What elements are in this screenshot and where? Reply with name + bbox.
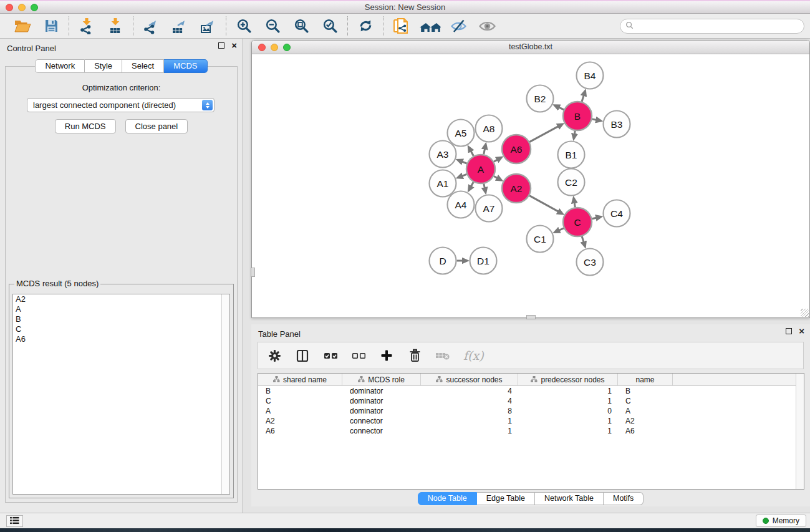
resize-grip[interactable] (801, 309, 809, 317)
graph-node-A1[interactable]: A1 (430, 170, 456, 197)
table-cell[interactable]: A2 (618, 416, 673, 426)
column-header-shared-name[interactable]: shared name (258, 374, 342, 386)
close-panel-button[interactable]: Close panel (125, 119, 188, 133)
result-item[interactable]: B (13, 314, 229, 324)
table-row[interactable]: Bdominator41B (258, 386, 804, 396)
table-cell[interactable]: connector (342, 426, 421, 436)
duplicate-network-button[interactable] (392, 17, 410, 36)
select-all-button[interactable] (323, 347, 338, 364)
table-cell[interactable]: A6 (258, 426, 342, 436)
graph-edge-C-C3[interactable] (582, 236, 584, 242)
table-cell[interactable]: A (258, 406, 342, 416)
graph-node-A3[interactable]: A3 (430, 141, 456, 168)
graph-edge-C-C1[interactable] (559, 228, 564, 230)
minimize-window-button[interactable] (18, 4, 26, 11)
table-close-panel-icon[interactable]: × (799, 328, 804, 334)
save-session-button[interactable] (42, 17, 60, 36)
table-cell[interactable]: B (258, 386, 342, 396)
graph-edge-C-C4[interactable] (592, 218, 596, 219)
delete-table-button[interactable] (435, 347, 450, 364)
graph-node-B1[interactable]: B1 (558, 142, 585, 168)
refresh-button[interactable] (356, 17, 375, 36)
graph-node-D1[interactable]: D1 (470, 248, 497, 274)
graph-node-C[interactable]: C (563, 208, 592, 236)
show-annotations-button[interactable] (478, 17, 496, 36)
zoom-fit-button[interactable] (292, 17, 311, 36)
zoom-out-button[interactable] (263, 17, 282, 36)
table-cell[interactable]: dominator (342, 386, 421, 396)
tab-node-table[interactable]: Node Table (418, 492, 477, 505)
float-panel-icon[interactable] (218, 42, 224, 49)
column-header-name[interactable]: name (618, 374, 673, 386)
table-cell[interactable]: 1 (421, 426, 518, 436)
settings-button[interactable] (267, 347, 282, 364)
graph-node-C2[interactable]: C2 (558, 169, 585, 196)
graph-edge-B-B2[interactable] (559, 107, 564, 110)
graph-edge-A-A2[interactable] (494, 176, 497, 178)
graph-edge-C-C2[interactable] (574, 203, 575, 207)
graph-edge-A-A8[interactable] (484, 149, 485, 155)
deselect-all-button[interactable] (351, 347, 366, 364)
network-minimize-button[interactable] (271, 44, 278, 51)
table-cell[interactable]: dominator (342, 396, 421, 406)
table-row[interactable]: A2connector11A2 (258, 416, 804, 426)
table-float-panel-icon[interactable] (786, 328, 792, 334)
table-cell[interactable]: 0 (518, 406, 618, 416)
column-header-successor-nodes[interactable]: successor nodes (421, 374, 518, 386)
graph-node-A8[interactable]: A8 (476, 115, 503, 142)
table-scrollbar[interactable] (796, 374, 804, 489)
open-file-button[interactable] (13, 17, 32, 36)
result-item[interactable]: A (13, 304, 229, 314)
table-cell[interactable]: 4 (421, 396, 518, 406)
graph-node-C1[interactable]: C1 (527, 226, 554, 253)
graph-node-B[interactable]: B (563, 102, 592, 130)
table-row[interactable]: Cdominator41C (258, 396, 804, 406)
graph-node-C4[interactable]: C4 (604, 200, 630, 227)
graph-edge-A-A6[interactable] (494, 160, 498, 162)
network-close-button[interactable] (258, 44, 266, 51)
network-window-titlebar[interactable]: testGlobe.txt (252, 41, 809, 54)
result-item[interactable]: A6 (13, 334, 229, 344)
export-image-button[interactable] (199, 17, 218, 36)
splitter-handle-vertical[interactable] (251, 268, 255, 277)
close-window-button[interactable] (6, 4, 13, 11)
zoom-selected-button[interactable] (321, 17, 339, 36)
graph-edge-A-A7[interactable] (484, 184, 485, 188)
home-button[interactable] (420, 17, 439, 36)
table-cell[interactable]: 8 (421, 406, 518, 416)
import-network-button[interactable] (77, 17, 96, 36)
tab-select[interactable]: Select (122, 59, 164, 73)
zoom-window-button[interactable] (31, 4, 38, 11)
tab-motifs[interactable]: Motifs (604, 492, 644, 505)
table-cell[interactable]: 4 (421, 386, 518, 396)
export-network-button[interactable] (142, 17, 160, 36)
export-table-button[interactable] (170, 17, 189, 36)
tab-edge-table[interactable]: Edge Table (477, 492, 535, 505)
table-row[interactable]: A6connector11A6 (258, 426, 804, 436)
memory-button[interactable]: Memory (756, 515, 806, 527)
zoom-in-button[interactable] (234, 17, 253, 36)
graph-edge-B-B3[interactable] (592, 119, 597, 120)
table-cell[interactable]: A6 (618, 426, 673, 436)
column-header-predecessor-nodes[interactable]: predecessor nodes (518, 374, 618, 386)
network-canvas[interactable]: B4B2BB3A8A5A6A3B1AC2A1A2A4A7C4CC1DC3D1 (252, 54, 809, 317)
result-scrollbar[interactable] (221, 294, 229, 494)
result-item[interactable]: C (13, 324, 229, 334)
tab-style[interactable]: Style (85, 59, 122, 73)
table-cell[interactable]: A (618, 406, 673, 416)
tab-network-table[interactable]: Network Table (535, 492, 604, 505)
graph-node-B3[interactable]: B3 (604, 111, 630, 138)
task-history-button[interactable] (6, 515, 23, 527)
close-panel-icon[interactable]: × (231, 42, 237, 49)
graph-edge-A-A3[interactable] (462, 162, 466, 163)
graph-edge-A2-C[interactable] (529, 196, 558, 212)
graph-node-C3[interactable]: C3 (577, 249, 604, 276)
graph-node-A[interactable]: A (466, 155, 495, 183)
graph-edge-A6-B[interactable] (529, 127, 558, 142)
table-cell[interactable]: 1 (518, 416, 618, 426)
run-mcds-button[interactable]: Run MCDS (55, 119, 116, 133)
graph-node-B2[interactable]: B2 (527, 85, 554, 112)
table-cell[interactable]: 1 (518, 386, 618, 396)
graph-node-A4[interactable]: A4 (448, 191, 475, 218)
function-builder-button[interactable]: f(x) (463, 347, 484, 364)
